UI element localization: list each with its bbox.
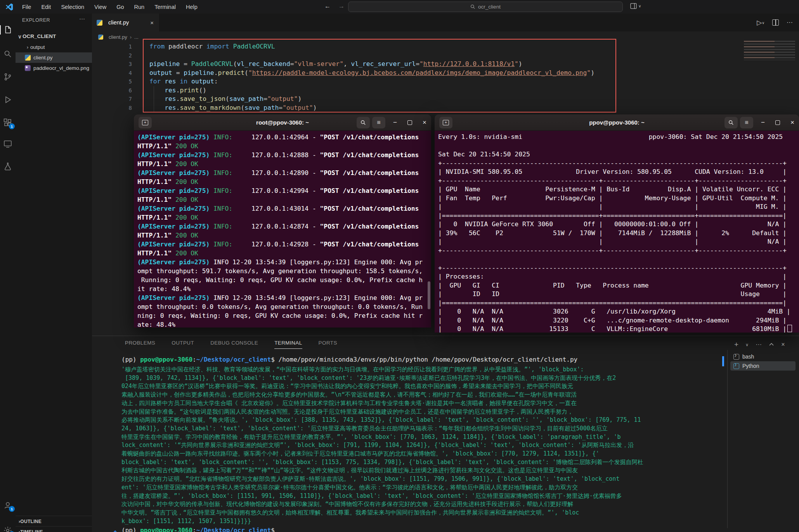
log-line: HTTP/1.1" 200 OK: [137, 213, 428, 222]
terminal-dropdown-icon[interactable]: ∨: [745, 342, 749, 347]
minimize-button[interactable]: −: [757, 117, 769, 128]
text-segment: [172, 196, 175, 203]
maximize-panel-icon[interactable]: [769, 342, 774, 347]
minimize-button[interactable]: −: [389, 117, 401, 128]
text-segment: "POST /v1/chat/completions: [320, 241, 419, 248]
tab-client-py[interactable]: client.py ×: [92, 14, 159, 31]
terminal-list-item-python[interactable]: Python: [730, 361, 796, 371]
menu-selection[interactable]: Selection: [61, 4, 84, 10]
menu-view[interactable]: View: [94, 4, 106, 10]
back-arrow-icon[interactable]: ←: [324, 3, 331, 10]
new-terminal-icon[interactable]: +: [734, 340, 738, 349]
breadcrumb-file: client.py: [109, 34, 127, 40]
panel-tab-ports[interactable]: PORTS: [319, 340, 337, 349]
tree-item-label: output: [30, 44, 45, 50]
text-segment: res: [165, 78, 176, 85]
text-segment: =: [172, 69, 184, 76]
terminal-window-root[interactable]: + root@ppov-3060: ~ ≡ − × (APIServer pid…: [134, 114, 431, 328]
terminal-command-line[interactable]: (pp) ppov@ppov-3060:~/Desktop/ocr_client…: [121, 355, 577, 364]
line-number: 8: [92, 105, 142, 111]
text-segment: 127.0.0.1:43014 -: [232, 205, 320, 212]
terminal-prompt[interactable]: ❖(pp) ppov@ppov-3060:~/Desktop/ocr_clien…: [121, 526, 275, 532]
panel-tab-terminal[interactable]: TERMINAL: [274, 340, 302, 349]
menu-help[interactable]: Help: [186, 4, 198, 10]
text-segment: (APIServer pid=275): [137, 223, 210, 230]
text-segment: ): [591, 69, 594, 76]
terminal-search-button[interactable]: [724, 117, 738, 128]
text-segment: HTTP/1.1": [137, 196, 172, 203]
text-segment: "POST /v1/chat/completions: [320, 223, 419, 230]
terminal-output[interactable]: '穆卢盖塔密切关注中国在经济、科技、教育等领域的发展，“中国在科研等方面的实力与…: [121, 366, 710, 525]
timeline-section[interactable]: ›TIMELINE: [16, 526, 92, 532]
text-segment: 127.0.0.1:42890 -: [232, 169, 320, 177]
search-sidebar-icon[interactable]: [2, 49, 13, 59]
remote-explorer-icon[interactable]: [2, 139, 13, 149]
nvidia-smi-line: [438, 255, 796, 264]
panel-tab-problems[interactable]: PROBLEMS: [125, 340, 155, 349]
python-file-icon: [25, 55, 31, 61]
log-line: HTTP/1.1" 200 OK: [137, 159, 428, 168]
terminal-search-button[interactable]: [357, 117, 370, 128]
maximize-button[interactable]: [772, 117, 783, 128]
text-segment: .: [176, 95, 180, 102]
text-segment: ppov@ppov-3060: [140, 356, 192, 363]
menu-go[interactable]: Go: [116, 4, 124, 10]
terminal-list-item-bash[interactable]: bash: [730, 352, 796, 361]
code-line: 3pipeline = PaddleOCRVL(vl_rec_backend="…: [92, 60, 799, 69]
forward-arrow-icon[interactable]: →: [338, 3, 345, 10]
tab-label: client.py: [108, 19, 129, 26]
account-icon[interactable]: 1: [2, 500, 13, 511]
nvidia-smi-line: +---------------------------------------…: [438, 159, 796, 168]
log-line: ompt throughput: 591.7 tokens/s, Avg gen…: [137, 267, 428, 276]
source-control-icon[interactable]: [2, 71, 13, 82]
terminal-window-nvidia-smi[interactable]: + ppov@ppov-3060: ~ ≡ − × Every 1.0s: nv…: [435, 114, 799, 333]
text-segment: HTTP/1.1": [137, 214, 172, 221]
terminal-content[interactable]: Every 1.0s: nvidia-smi ppov-3060: Sat De…: [435, 131, 799, 333]
menu-file[interactable]: File: [22, 4, 31, 10]
manage-gear-icon[interactable]: 1: [2, 525, 13, 532]
code-area[interactable]: 1from paddleocr import PaddleOCRVL23pipe…: [92, 42, 799, 112]
menu-run[interactable]: Run: [134, 4, 145, 10]
text-segment: 200 OK: [175, 178, 198, 185]
panel-tab-output[interactable]: OUTPUT: [172, 340, 194, 349]
testing-icon[interactable]: [2, 161, 13, 172]
text-segment: res: [165, 104, 176, 111]
panel-tab-debug-console[interactable]: DEBUG CONSOLE: [210, 340, 258, 349]
editor-more-icon[interactable]: ···: [787, 19, 793, 26]
terminal-titlebar[interactable]: + root@ppov-3060: ~ ≡ − ×: [134, 114, 431, 131]
text-segment: [229, 43, 233, 50]
menu-edit[interactable]: Edit: [41, 4, 51, 10]
extensions-icon[interactable]: 1: [2, 117, 13, 128]
close-button[interactable]: ×: [787, 117, 798, 128]
terminal-content[interactable]: (APIServer pid=275) INFO: 127.0.0.1:4296…: [134, 131, 431, 328]
explorer-icon[interactable]: [2, 24, 13, 35]
split-editor-icon[interactable]: [772, 19, 779, 26]
terminal-menu-button[interactable]: ≡: [740, 117, 753, 128]
nvidia-smi-line: | | | MIG M. |: [438, 203, 796, 211]
tree-item-paddleocr_vl_demo-png[interactable]: paddleocr_vl_demo.png: [16, 63, 92, 73]
breadcrumb[interactable]: client.py › ...: [92, 31, 799, 42]
menu-terminal[interactable]: Terminal: [154, 4, 176, 10]
outline-section[interactable]: ›OUTLINE: [16, 516, 92, 527]
command-center-search[interactable]: ocr_client: [348, 2, 623, 12]
tree-item-client-py[interactable]: client.py: [16, 52, 92, 63]
maximize-button[interactable]: [404, 117, 416, 128]
image-file-icon: [25, 65, 31, 71]
minimap[interactable]: [744, 41, 795, 60]
log-line: HTTP/1.1" 200 OK: [137, 142, 428, 151]
terminal-titlebar[interactable]: + ppov@ppov-3060: ~ ≡ − ×: [435, 114, 799, 131]
tree-item-output[interactable]: ›output: [16, 42, 92, 52]
panel-more-icon[interactable]: ···: [756, 341, 762, 348]
layout-toggle-icon[interactable]: ∨: [630, 3, 641, 9]
close-panel-icon[interactable]: ×: [781, 341, 785, 348]
nvidia-smi-line: | 0 NVIDIA GeForce RTX 3060 Off | 000000…: [438, 220, 796, 229]
run-python-file-button[interactable]: ▷∨: [757, 19, 764, 27]
sidebar-title: EXPLORER: [22, 17, 50, 23]
terminal-scrollbar[interactable]: [428, 281, 430, 309]
tab-close-icon[interactable]: ×: [150, 19, 154, 26]
run-debug-icon[interactable]: [2, 94, 13, 105]
terminal-menu-button[interactable]: ≡: [372, 117, 385, 128]
sidebar-more-icon[interactable]: ···: [79, 15, 85, 22]
close-button[interactable]: ×: [419, 117, 430, 128]
tree-root-ocr-client[interactable]: ∨ OCR_CLIENT: [16, 31, 92, 42]
